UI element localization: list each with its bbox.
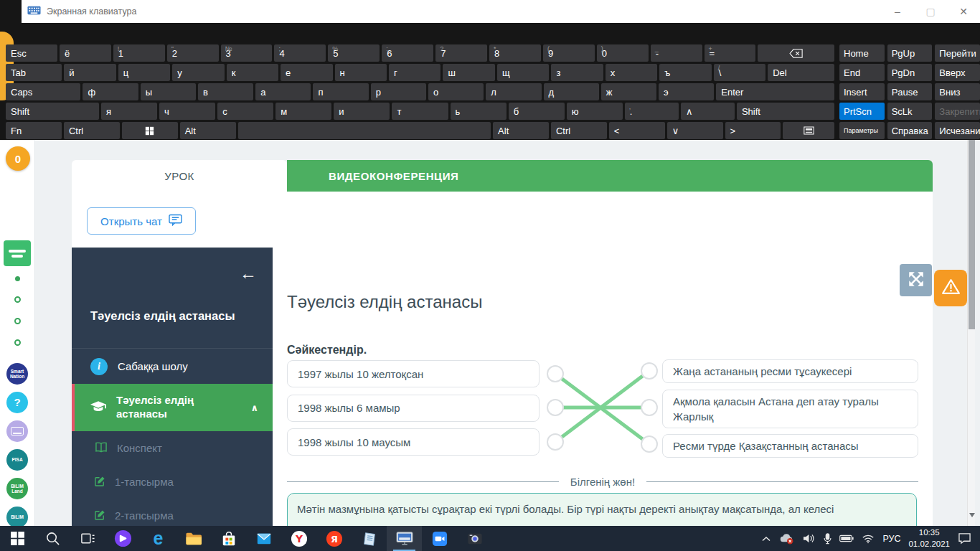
taskbar-store-icon[interactable]	[211, 526, 246, 551]
key-я[interactable]: я	[101, 103, 157, 120]
report-problem-button[interactable]	[934, 270, 967, 306]
key-л[interactable]: л	[486, 83, 541, 100]
battery-icon[interactable]	[839, 534, 854, 542]
key-Перейти[interactable]: Перейти	[935, 44, 980, 62]
key-ScLk[interactable]: ScLk	[887, 103, 933, 120]
key-ф[interactable]: ф	[83, 83, 138, 100]
action-center-icon[interactable]	[958, 532, 971, 545]
key-caret-down[interactable]: ∨	[667, 122, 723, 139]
key-caret-up[interactable]: ∧	[681, 103, 735, 120]
key-6[interactable]: :6	[382, 44, 433, 62]
key-Fn[interactable]: Fn	[6, 122, 62, 139]
key-End[interactable]: End	[839, 64, 885, 81]
cloud-offline-icon[interactable]	[779, 532, 794, 545]
tab-videoconference[interactable]: ВИДЕОКОНФЕРЕНЦИЯ	[287, 160, 933, 192]
match-left-item[interactable]: 1997 жылы 10 желтоқсан	[287, 360, 540, 387]
key-Ctrl[interactable]: Ctrl	[551, 122, 607, 139]
notification-badge[interactable]: 0	[6, 146, 30, 171]
taskbar-clock[interactable]: 10:35 01.02.2021	[908, 527, 950, 550]
key-=[interactable]: +=	[705, 44, 756, 62]
key-Параметры[interactable]: Параметры	[839, 122, 885, 139]
key-5[interactable]: %5	[328, 44, 380, 62]
match-left-handle[interactable]	[547, 400, 563, 415]
sidebar-subitem-task2[interactable]: 2-тапсырма	[72, 499, 273, 526]
scrollbar-thumb[interactable]	[969, 140, 975, 329]
key-left-arrow[interactable]: <	[609, 122, 665, 139]
key-.[interactable]: ,.	[625, 103, 679, 120]
key-ж[interactable]: ж	[601, 83, 656, 100]
key-Закрепить[interactable]: Закрепить	[935, 103, 980, 120]
key-з[interactable]: з	[551, 64, 603, 81]
key-и[interactable]: и	[334, 103, 390, 120]
key-м[interactable]: м	[275, 103, 331, 120]
key-space[interactable]	[238, 122, 491, 139]
key-п[interactable]: п	[313, 83, 368, 100]
key-Исчезание[interactable]: Исчезание	[935, 122, 980, 139]
fullscreen-button[interactable]	[900, 264, 932, 296]
key-Home[interactable]: Home	[839, 44, 885, 62]
match-right-handle[interactable]	[641, 363, 657, 379]
scrollbar-down-arrow-icon[interactable]	[969, 513, 975, 517]
school-logo[interactable]	[4, 240, 31, 266]
key-у[interactable]: у	[172, 64, 224, 81]
key-\[interactable]: /\	[714, 64, 765, 81]
match-right-item[interactable]: Жаңа астананың ресми тұсаукесері	[662, 359, 918, 383]
key-Shift[interactable]: Shift	[737, 103, 834, 120]
key-Del[interactable]: Del	[768, 64, 834, 81]
key-х[interactable]: х	[606, 64, 657, 81]
sidebar-item-review[interactable]: i Сабаққа шолу	[72, 348, 273, 384]
match-right-item[interactable]: Ресми түрде Қазақстанның астанасы	[662, 434, 918, 458]
pisa-widget[interactable]: PISA	[6, 449, 28, 471]
key-ш[interactable]: ш	[443, 64, 494, 81]
chevron-up-icon[interactable]	[761, 535, 771, 542]
key-backspace[interactable]	[758, 44, 834, 62]
volume-icon[interactable]	[802, 533, 816, 544]
language-indicator[interactable]: РУС	[882, 534, 900, 544]
page-scrollbar[interactable]	[967, 140, 975, 526]
key-й[interactable]: й	[64, 64, 116, 81]
key-Esc[interactable]: Esc	[6, 44, 57, 62]
key-в[interactable]: в	[198, 83, 253, 100]
key-ч[interactable]: ч	[159, 103, 215, 120]
collapse-sidebar-arrow-icon[interactable]: ←	[240, 265, 257, 282]
taskbar-zoom-app-icon[interactable]	[422, 526, 457, 551]
key-8[interactable]: *8	[489, 44, 541, 62]
match-right-handle[interactable]	[641, 436, 657, 452]
bilim-widget[interactable]: BiLIM	[6, 507, 28, 528]
sidebar-subitem-notes[interactable]: Конспект	[72, 431, 273, 465]
key-PgUp[interactable]: PgUp	[887, 44, 933, 62]
key-7[interactable]: ?7	[435, 44, 487, 62]
key-е[interactable]: е	[281, 64, 332, 81]
close-button[interactable]: ✕	[947, 0, 980, 23]
taskbar-search-icon[interactable]	[35, 526, 70, 551]
key-с[interactable]: с	[217, 103, 273, 120]
taskbar-alice-icon[interactable]	[105, 526, 141, 551]
key-э[interactable]: э	[659, 83, 714, 100]
taskbar-camera-app-icon[interactable]	[457, 526, 492, 551]
taskbar-file-explorer-icon[interactable]	[176, 526, 211, 551]
taskbar-yandex-icon[interactable]: Я	[316, 526, 352, 551]
key-н[interactable]: н	[335, 64, 387, 81]
key-Alt[interactable]: Alt	[180, 122, 236, 139]
key-т[interactable]: т	[392, 103, 448, 120]
key-4[interactable]: ;4	[274, 44, 326, 62]
key-о[interactable]: о	[428, 83, 484, 100]
key-9[interactable]: (9	[543, 44, 595, 62]
wifi-icon[interactable]	[862, 534, 875, 544]
key-Pause[interactable]: Pause	[887, 83, 933, 100]
sidebar-item-lesson-active[interactable]: Тәуелсіз елдің астанасы ∧	[72, 384, 273, 431]
key-dock[interactable]	[783, 122, 834, 139]
taskbar-osk-app-icon[interactable]	[387, 526, 422, 551]
help-widget[interactable]: ?	[6, 392, 28, 413]
key-win[interactable]	[122, 122, 178, 139]
key-Вверх[interactable]: Вверх	[935, 64, 980, 81]
key-0[interactable]: )0	[597, 44, 649, 62]
key-г[interactable]: г	[389, 64, 440, 81]
key-ц[interactable]: ц	[118, 64, 170, 81]
key-PgDn[interactable]: PgDn	[887, 64, 933, 81]
key-Ctrl[interactable]: Ctrl	[64, 122, 120, 139]
tab-urok[interactable]: УРОК	[72, 160, 287, 192]
key-Tab[interactable]: Tab	[6, 64, 62, 81]
match-left-item[interactable]: 1998 жылы 10 маусым	[287, 428, 540, 456]
taskbar-start-icon[interactable]	[0, 526, 35, 551]
